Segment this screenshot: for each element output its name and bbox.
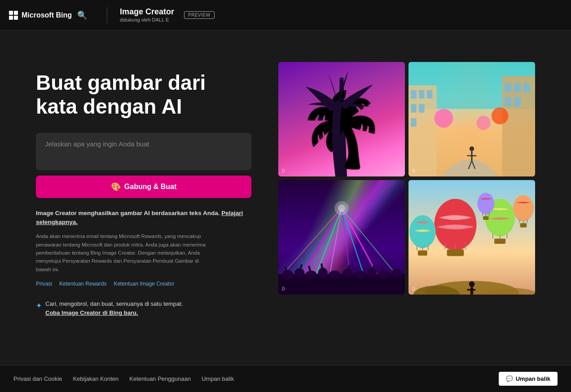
bing-promo-text: Cari, mengobrol, dan buat, semuanya di s… bbox=[45, 300, 183, 317]
image-concert: b bbox=[278, 180, 405, 295]
svg-point-72 bbox=[478, 193, 495, 214]
feedback-icon: 💬 bbox=[506, 375, 513, 382]
svg-rect-50 bbox=[278, 180, 405, 295]
concert-svg bbox=[278, 180, 405, 295]
footer-link-terms[interactable]: Ketentuan Penggunaan bbox=[129, 375, 191, 382]
image-card-1: b bbox=[278, 62, 405, 176]
svg-rect-56 bbox=[447, 250, 464, 256]
brand-subtitle: didukung oleh DALL·E bbox=[120, 17, 174, 23]
watermark-3: b bbox=[282, 286, 285, 292]
svg-rect-81 bbox=[470, 287, 473, 295]
svg-point-14 bbox=[434, 109, 453, 128]
image-card-2: b bbox=[408, 62, 535, 176]
svg-point-16 bbox=[476, 116, 490, 130]
brand-title: Image Creator bbox=[120, 7, 174, 17]
svg-rect-71 bbox=[520, 223, 527, 227]
image-balloons: b bbox=[408, 180, 535, 295]
bing-promo-icon: ✦ bbox=[36, 300, 42, 311]
svg-rect-2 bbox=[411, 90, 417, 99]
header-divider bbox=[107, 7, 107, 23]
svg-rect-7 bbox=[411, 118, 417, 127]
footer: Privasi dan Cookie Kebijakan Konten Kete… bbox=[0, 365, 571, 392]
image-street: b bbox=[408, 62, 535, 176]
feedback-button[interactable]: 💬 Umpan balik bbox=[499, 372, 558, 386]
image-card-4: b bbox=[408, 180, 535, 295]
svg-rect-6 bbox=[419, 104, 425, 113]
svg-rect-9 bbox=[505, 83, 511, 92]
image-card-3: b bbox=[278, 180, 405, 295]
feedback-label: Umpan balik bbox=[516, 375, 550, 382]
footer-links: Privasi dan Cookie Kebijakan Konten Kete… bbox=[13, 375, 234, 382]
palm-tree-svg bbox=[297, 69, 387, 176]
svg-point-80 bbox=[469, 282, 475, 287]
svg-rect-13 bbox=[514, 97, 521, 106]
balloons-svg bbox=[408, 180, 535, 295]
svg-point-17 bbox=[470, 146, 474, 151]
watermark-1: b bbox=[282, 167, 285, 174]
image-palm-tree: b bbox=[278, 62, 405, 176]
create-button-label: Gabung & Buat bbox=[124, 183, 176, 191]
hero-title: Buat gambar dari kata dengan AI bbox=[36, 71, 242, 119]
svg-rect-12 bbox=[505, 97, 511, 106]
footer-link-feedback[interactable]: Umpan balik bbox=[202, 375, 234, 382]
preview-badge: PREVIEW bbox=[184, 11, 215, 19]
policy-links: Privasi Ketentuan Rewards Ketentuan Imag… bbox=[36, 281, 251, 287]
svg-rect-66 bbox=[494, 239, 505, 244]
svg-rect-76 bbox=[483, 216, 489, 220]
info-main: Image Creator menghasilkan gambar AI ber… bbox=[36, 209, 251, 227]
input-area bbox=[36, 133, 251, 170]
svg-rect-61 bbox=[418, 251, 427, 255]
svg-rect-4 bbox=[427, 90, 433, 99]
header: Microsoft Bing 🔍 Image Creator didukung … bbox=[0, 0, 571, 31]
svg-point-67 bbox=[513, 195, 534, 221]
footer-link-content[interactable]: Kebijakan Konten bbox=[73, 375, 119, 382]
street-svg bbox=[408, 62, 535, 176]
search-icon[interactable]: 🔍 bbox=[77, 10, 87, 20]
info-small: Anda akan menerima email tentang Microso… bbox=[36, 232, 215, 273]
svg-rect-1 bbox=[408, 85, 437, 176]
bing-logo-text: Microsoft Bing bbox=[22, 11, 72, 19]
svg-rect-3 bbox=[419, 90, 425, 99]
svg-rect-5 bbox=[411, 104, 417, 113]
watermark-2: b bbox=[412, 167, 415, 174]
privacy-link[interactable]: Privasi bbox=[36, 281, 52, 287]
left-panel: Buat gambar dari kata dengan AI 🎨 Gabung… bbox=[36, 57, 251, 317]
watermark-4: b bbox=[412, 286, 415, 292]
svg-point-52 bbox=[434, 199, 476, 251]
create-icon: 🎨 bbox=[111, 182, 121, 192]
prompt-input[interactable] bbox=[45, 140, 242, 163]
create-button[interactable]: 🎨 Gabung & Buat bbox=[36, 176, 251, 198]
bing-promo: ✦ Cari, mengobrol, dan buat, semuanya di… bbox=[36, 300, 251, 317]
bing-new-link[interactable]: Coba Image Creator di Bing baru. bbox=[45, 309, 138, 316]
creator-terms-link[interactable]: Ketentuan Image Creator bbox=[114, 281, 174, 287]
bing-logo[interactable]: Microsoft Bing bbox=[9, 11, 72, 20]
rewards-link[interactable]: Ketentuan Rewards bbox=[59, 281, 106, 287]
header-brand: Image Creator didukung oleh DALL·E bbox=[120, 7, 174, 23]
svg-rect-10 bbox=[514, 83, 521, 92]
main-content: Buat gambar dari kata dengan AI 🎨 Gabung… bbox=[0, 31, 571, 365]
header-left: Microsoft Bing 🔍 Image Creator didukung … bbox=[9, 7, 215, 23]
image-grid: b bbox=[278, 57, 535, 295]
svg-point-15 bbox=[492, 107, 509, 124]
svg-rect-11 bbox=[523, 83, 530, 92]
footer-link-privacy[interactable]: Privasi dan Cookie bbox=[13, 375, 62, 382]
bing-logo-grid-icon bbox=[9, 11, 18, 20]
